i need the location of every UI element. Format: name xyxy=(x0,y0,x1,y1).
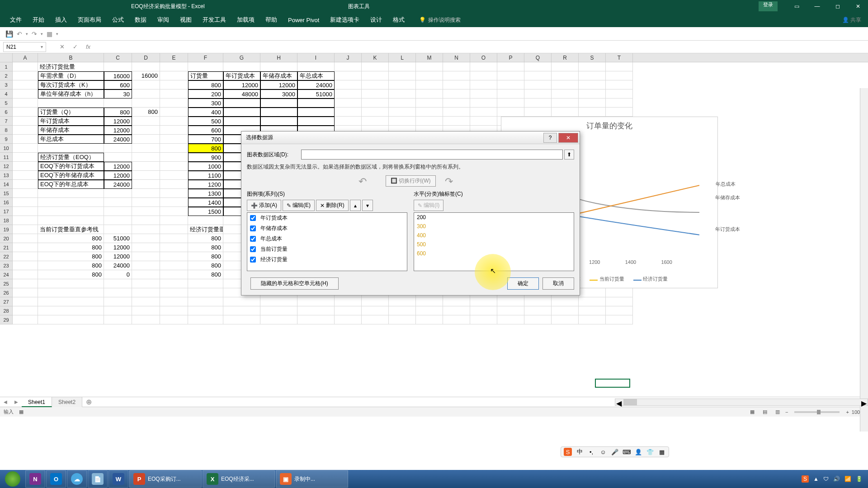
cell[interactable] xyxy=(13,171,38,180)
add-sheet-icon[interactable]: ⊕ xyxy=(82,398,95,406)
column-header[interactable]: A xyxy=(13,53,38,62)
cell[interactable] xyxy=(416,315,443,324)
tab-format[interactable]: 格式 xyxy=(387,13,410,27)
cell[interactable] xyxy=(470,62,497,71)
cell[interactable] xyxy=(104,144,132,153)
cell[interactable]: 800 xyxy=(188,252,223,261)
cell[interactable] xyxy=(132,297,160,306)
taskbar-item[interactable]: PEOQ采购订... xyxy=(129,470,202,488)
tray-power-icon[interactable]: 🔋 xyxy=(856,476,863,482)
cell[interactable] xyxy=(160,144,188,153)
cell[interactable]: EOQ下的年储存成本 xyxy=(38,171,104,180)
cell[interactable] xyxy=(38,99,104,108)
cell[interactable] xyxy=(38,279,104,288)
cell[interactable] xyxy=(13,89,38,99)
cell[interactable] xyxy=(160,252,188,261)
taskbar-item[interactable]: W xyxy=(108,470,128,488)
cell[interactable] xyxy=(297,108,335,117)
cell[interactable]: 800 xyxy=(188,243,223,252)
chevron-down-icon[interactable]: ▾ xyxy=(41,44,43,49)
cell[interactable]: 800 xyxy=(188,270,223,279)
cell[interactable] xyxy=(524,315,552,324)
cell[interactable] xyxy=(160,162,188,171)
cell[interactable] xyxy=(188,62,223,71)
cell[interactable] xyxy=(104,99,132,108)
row-header[interactable]: 28 xyxy=(0,306,13,315)
column-header[interactable]: L xyxy=(389,53,416,62)
cell[interactable]: 订货量 xyxy=(188,71,223,80)
horizontal-scrollbar[interactable]: ◀ ▶ xyxy=(615,399,868,406)
cell[interactable] xyxy=(104,216,132,225)
cell[interactable] xyxy=(416,71,443,80)
cell[interactable] xyxy=(606,89,633,99)
cell[interactable]: 0 xyxy=(104,270,132,279)
cell[interactable] xyxy=(13,306,38,315)
page-break-icon[interactable]: ▥ xyxy=(773,408,783,416)
cell[interactable] xyxy=(260,297,297,306)
ok-button[interactable]: 确定 xyxy=(507,277,539,290)
cell[interactable]: 600 xyxy=(188,126,223,135)
row-header[interactable]: 2 xyxy=(0,71,13,80)
ime-skin-icon[interactable]: 👕 xyxy=(646,448,654,456)
cancel-button[interactable]: 取消 xyxy=(542,277,574,290)
cell[interactable] xyxy=(470,315,497,324)
cell[interactable] xyxy=(335,71,362,80)
column-header[interactable]: N xyxy=(443,53,470,62)
cell[interactable] xyxy=(297,315,335,324)
cell[interactable] xyxy=(160,71,188,80)
cell[interactable] xyxy=(13,261,38,270)
cell[interactable] xyxy=(188,297,223,306)
column-header[interactable]: T xyxy=(606,53,633,62)
list-item[interactable]: 400 xyxy=(414,231,574,240)
cell[interactable]: 年订货成本 xyxy=(223,71,260,80)
cell[interactable] xyxy=(497,71,524,80)
column-header[interactable]: O xyxy=(470,53,497,62)
taskbar-item[interactable]: ☁ xyxy=(67,470,87,488)
cell[interactable] xyxy=(335,89,362,99)
cell[interactable] xyxy=(606,71,633,80)
name-box[interactable]: N21 ▾ xyxy=(3,42,46,52)
row-header[interactable]: 7 xyxy=(0,117,13,126)
taskbar-item[interactable]: N xyxy=(25,470,45,488)
cell[interactable] xyxy=(132,252,160,261)
cell[interactable] xyxy=(335,315,362,324)
cell[interactable] xyxy=(416,80,443,89)
cell[interactable] xyxy=(160,99,188,108)
cell[interactable] xyxy=(552,306,579,315)
cell[interactable] xyxy=(188,216,223,225)
cell[interactable]: 1100 xyxy=(188,171,223,180)
cell[interactable]: 800 xyxy=(188,234,223,243)
taskbar-item[interactable]: 📄 xyxy=(88,470,108,488)
cell[interactable] xyxy=(132,198,160,207)
confirm-formula-icon[interactable]: ✓ xyxy=(73,43,78,50)
row-header[interactable]: 22 xyxy=(0,252,13,261)
cell[interactable] xyxy=(223,99,260,108)
cell[interactable] xyxy=(335,80,362,89)
cell[interactable] xyxy=(132,306,160,315)
cell[interactable] xyxy=(443,117,470,126)
cell[interactable] xyxy=(160,234,188,243)
cell[interactable] xyxy=(524,80,552,89)
cell[interactable] xyxy=(132,234,160,243)
cell[interactable] xyxy=(443,62,470,71)
cell[interactable] xyxy=(160,117,188,126)
cell[interactable] xyxy=(443,71,470,80)
cell[interactable] xyxy=(260,306,297,315)
cell[interactable]: 1200 xyxy=(188,180,223,189)
tab-view[interactable]: 视图 xyxy=(175,13,197,27)
cell[interactable] xyxy=(104,207,132,216)
cell[interactable] xyxy=(13,243,38,252)
cell[interactable] xyxy=(38,297,104,306)
cell[interactable] xyxy=(160,198,188,207)
cell[interactable]: 经济订货量（EOQ） xyxy=(38,153,104,162)
fx-icon[interactable]: fx xyxy=(86,43,90,50)
row-header[interactable]: 25 xyxy=(0,279,13,288)
cell[interactable] xyxy=(552,297,579,306)
cell[interactable] xyxy=(160,279,188,288)
cell[interactable] xyxy=(160,315,188,324)
cell[interactable] xyxy=(579,99,606,108)
row-header[interactable]: 27 xyxy=(0,297,13,306)
cell[interactable] xyxy=(552,71,579,80)
cell[interactable] xyxy=(160,243,188,252)
cell[interactable]: 30 xyxy=(104,89,132,99)
